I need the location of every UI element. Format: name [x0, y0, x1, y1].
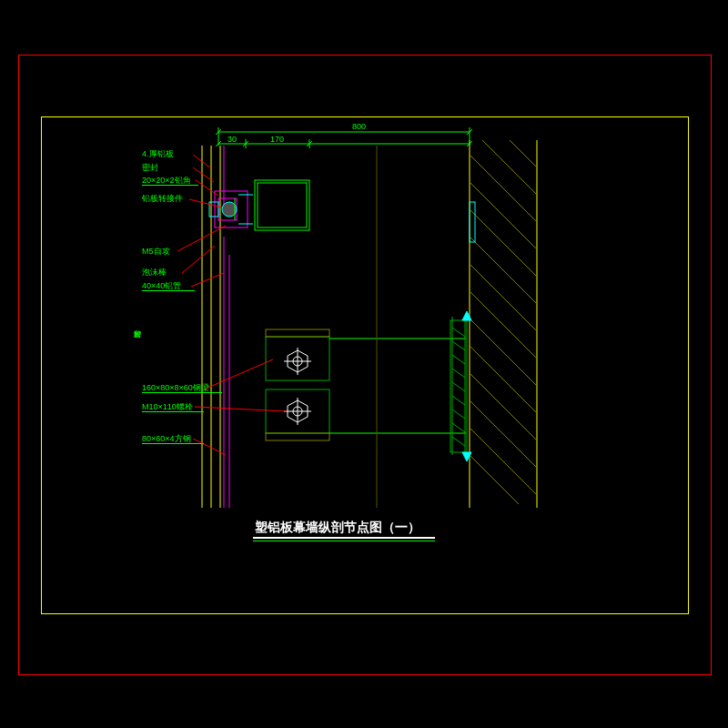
label-adapter: 铝板转接件	[142, 195, 183, 203]
dim-30: 30	[228, 135, 237, 144]
label-alumplate: 4.厚铝板	[142, 150, 174, 158]
underline	[142, 185, 198, 186]
svg-line-14	[482, 140, 537, 195]
svg-line-66	[452, 410, 465, 419]
svg-line-62	[452, 355, 465, 364]
svg-line-6	[470, 264, 537, 331]
label-160x80: 160×80×8×60钢梁	[142, 384, 209, 392]
svg-line-76	[189, 199, 222, 207]
underline	[142, 443, 204, 444]
svg-line-63	[452, 369, 465, 378]
svg-line-65	[452, 396, 465, 405]
svg-line-64	[452, 382, 465, 391]
cad-viewport: 800 30 170 4.厚铝板 密封 20×20×2铝角 铝板转接件 M5自攻…	[0, 0, 728, 728]
underline	[142, 290, 195, 291]
svg-rect-71	[470, 202, 475, 242]
svg-line-60	[452, 328, 465, 337]
title-rule-thin	[253, 541, 435, 541]
svg-line-79	[191, 273, 224, 287]
title-rule-thick	[253, 537, 435, 539]
underline	[142, 392, 222, 393]
svg-rect-35	[258, 183, 307, 228]
svg-line-4	[470, 209, 537, 277]
svg-line-3	[470, 182, 537, 249]
label-m5: M5自攻	[142, 248, 170, 256]
label-m10x110: M10×110螺栓	[142, 403, 193, 411]
label-40x40: 40×40铝管	[142, 282, 181, 290]
svg-line-10	[470, 373, 537, 440]
svg-line-78	[182, 246, 215, 273]
svg-rect-34	[255, 180, 309, 230]
svg-line-9	[470, 346, 537, 413]
svg-line-68	[452, 437, 465, 446]
section-drawing	[0, 0, 728, 728]
svg-rect-45	[266, 329, 329, 337]
svg-line-75	[196, 180, 218, 196]
svg-line-61	[452, 341, 465, 350]
svg-line-8	[470, 318, 537, 386]
svg-line-2	[470, 155, 537, 222]
svg-line-5	[470, 237, 537, 304]
svg-line-67	[452, 423, 465, 432]
label-20x20x2: 20×20×2铝角	[142, 177, 191, 185]
svg-line-12	[470, 428, 537, 495]
svg-line-11	[470, 400, 537, 468]
svg-line-15	[510, 140, 537, 167]
svg-line-81	[195, 407, 287, 411]
label-80x60x4: 80×60×4方钢	[142, 435, 191, 443]
drawing-title: 塑铝板幕墙纵剖节点图（一）	[255, 521, 420, 533]
svg-line-13	[470, 455, 519, 504]
dim-800: 800	[352, 122, 366, 131]
label-foam: 泡沫棒	[142, 268, 167, 277]
underline	[142, 411, 204, 412]
dim-170: 170	[270, 135, 284, 144]
label-sealant: 密封	[142, 164, 158, 172]
svg-rect-46	[266, 433, 329, 440]
svg-line-82	[193, 439, 226, 455]
svg-line-80	[206, 359, 273, 389]
svg-line-7	[470, 291, 537, 359]
